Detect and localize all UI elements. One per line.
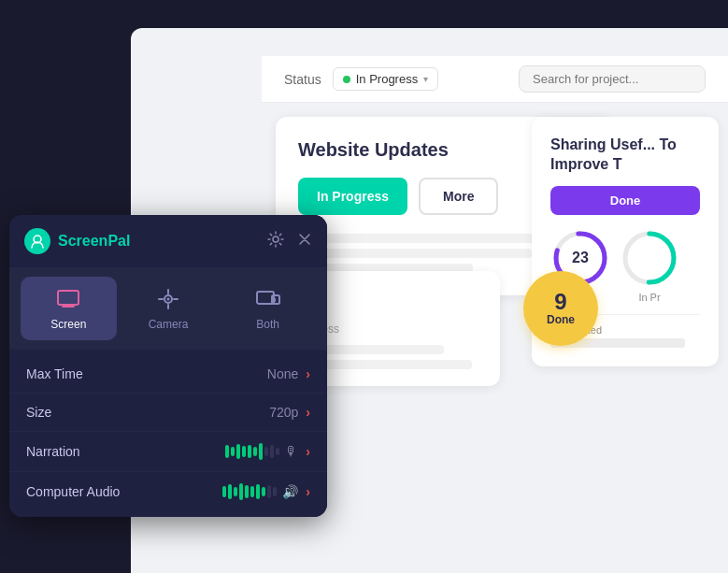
both-tab-label: Both [256,318,279,331]
in-progress-stat: In Pr [620,228,679,303]
screen-mode-icon [55,286,81,312]
bar-3 [236,444,240,459]
tab-camera[interactable]: Camera [121,277,217,340]
narration-arrow-icon: › [306,444,310,459]
bar-3 [234,487,237,496]
bar-9 [267,485,271,498]
bar-1 [222,486,226,497]
max-time-row[interactable]: Max Time None › [9,355,327,394]
size-value: 720p [269,405,298,420]
camera-tab-label: Camera [149,318,189,331]
in-progress-circle-svg [620,228,679,288]
svg-text:23: 23 [572,250,589,265]
screenpal-icon-svg [29,233,46,250]
svg-rect-7 [58,291,79,305]
bar-7 [256,484,260,499]
in-progress-circle-label: In Pr [638,292,660,303]
narration-audio-bars: 🎙 [225,443,298,460]
speaker-icon: 🔊 [282,484,298,499]
settings-section: Max Time None › Size 720p › Narration [9,350,327,517]
bar-4 [239,483,243,500]
max-time-value: None [267,366,298,381]
tab-both[interactable]: Both [220,277,316,340]
bar-1 [225,445,229,458]
size-arrow-icon: › [306,405,310,420]
computer-audio-label: Computer Audio [26,484,120,499]
screenpal-logo: ScreenPal [24,228,130,254]
status-label: Status [284,72,321,87]
svg-point-9 [167,298,170,301]
header-icons [267,231,312,251]
status-value: In Progress [356,72,418,86]
status-bar: Status In Progress ▾ [262,56,728,103]
bar-10 [276,448,279,455]
in-progress-button[interactable]: In Progress [298,178,407,215]
sharing-card-title: Sharing Usef... To Improve T [550,136,700,175]
chevron-down-icon: ▾ [423,74,428,84]
screenpal-panel: ScreenPal Screen [9,215,327,517]
bar-6 [250,486,254,497]
computer-audio-row[interactable]: Computer Audio 🔊 › [9,472,327,511]
max-time-label: Max Time [26,366,120,381]
tab-screen[interactable]: Screen [21,277,117,340]
max-time-arrow-icon: › [306,366,310,381]
both-mode-icon [255,286,281,312]
computer-audio-bars: 🔊 [222,483,298,500]
close-icon[interactable] [297,232,312,251]
screenpal-logo-icon [24,228,50,254]
narration-row[interactable]: Narration 🎙 › [9,432,327,472]
mode-tabs: Screen Camera Both [9,267,327,350]
camera-mode-icon [155,286,181,312]
done-badge-label: Done [547,313,575,326]
mic-icon: 🎙 [285,444,298,459]
content-line [298,249,532,258]
settings-icon[interactable] [267,231,284,251]
bar-5 [248,445,251,458]
bar-6 [253,447,257,456]
bar-2 [228,484,232,499]
search-input[interactable] [519,65,706,93]
more-button[interactable]: More [419,178,498,215]
size-row[interactable]: Size 720p › [9,394,327,432]
bar-8 [262,487,265,496]
brand-screen: Screen [58,233,107,249]
svg-point-6 [273,236,278,242]
screen-tab-label: Screen [50,318,86,331]
done-badge: 9 Done [523,271,598,346]
done-button[interactable]: Done [550,186,700,215]
screenpal-header: ScreenPal [9,215,327,267]
bar-7 [259,443,263,460]
status-dot-icon [343,76,350,83]
brand-pal: Pal [107,233,130,249]
narration-label: Narration [26,444,120,459]
screenpal-brand-name: ScreenPal [58,233,130,250]
bar-2 [231,447,235,456]
bar-10 [273,487,277,496]
computer-audio-arrow-icon: › [306,484,310,499]
status-dropdown[interactable]: In Progress ▾ [333,67,438,91]
bar-9 [270,445,274,458]
done-badge-number: 9 [554,291,566,313]
bar-5 [245,485,249,498]
size-label: Size [26,405,120,420]
bar-8 [264,447,268,456]
bar-4 [242,446,246,457]
